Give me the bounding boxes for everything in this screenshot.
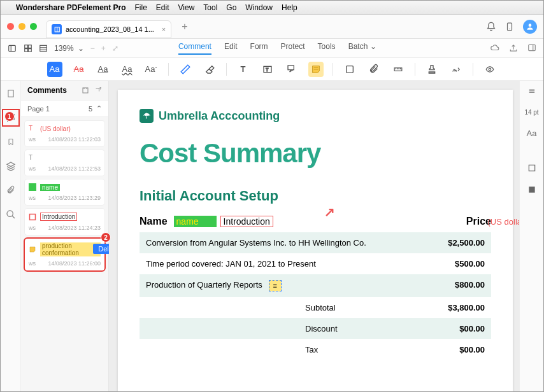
svg-point-25 (489, 68, 491, 71)
layers-icon[interactable] (4, 160, 17, 172)
font-size-label[interactable]: 14 pt (524, 109, 538, 116)
underline-tool-icon[interactable]: Aa (96, 62, 111, 77)
note-tool-icon[interactable] (308, 62, 324, 77)
menu-file[interactable]: File (135, 3, 147, 12)
fit-icon[interactable]: ⤢ (112, 44, 118, 53)
font-aa-icon[interactable]: Aa (527, 129, 537, 138)
separator (333, 63, 333, 76)
comment-author: ws (29, 136, 36, 143)
svg-rect-26 (8, 90, 13, 97)
signature-tool-icon[interactable] (448, 62, 464, 77)
svg-rect-33 (529, 165, 534, 171)
comments-page-header[interactable]: Page 1 5 ⌃ (21, 100, 108, 117)
menu-help[interactable]: Help (282, 3, 297, 12)
macos-menubar: Wondershare PDFelement Pro File Edit Vie… (1, 1, 543, 15)
user-avatar[interactable] (523, 20, 537, 34)
comment-time: 14/08/2023 11:26:00 (48, 260, 101, 267)
panels-icon[interactable] (527, 43, 537, 53)
comment-author: ws (29, 165, 36, 172)
format-icon[interactable] (526, 87, 538, 96)
thumbnails-icon[interactable] (4, 87, 17, 100)
highlight-annotation[interactable]: name (174, 216, 217, 227)
textbox-tool-icon[interactable]: T (260, 62, 275, 77)
comments-list: T(US dollar) ws14/08/2023 11:22:03 T ws1… (21, 117, 108, 274)
bookmarks-icon[interactable] (4, 136, 17, 148)
stamp-tool-icon[interactable] (424, 62, 440, 77)
tab-edit[interactable]: Edit (224, 42, 238, 55)
document-canvas[interactable]: ☂ Umbrella Acccounting Cost Summary Init… (109, 81, 519, 391)
phone-icon[interactable] (505, 22, 514, 32)
export-icon[interactable] (94, 87, 102, 94)
grid-view-icon[interactable] (24, 44, 32, 53)
menu-window[interactable]: Window (245, 3, 273, 12)
new-tab-button[interactable]: + (176, 18, 192, 35)
text-tool-icon[interactable]: T (236, 62, 251, 77)
note-annotation-icon (29, 246, 36, 253)
sticky-note-annotation[interactable]: ≡ (269, 280, 282, 291)
attachment-tool-icon[interactable] (366, 62, 382, 77)
square-outline-icon[interactable] (526, 164, 538, 172)
tab-protect[interactable]: Protect (281, 42, 305, 55)
maximize-window-button[interactable] (30, 23, 37, 30)
menu-tool[interactable]: Tool (203, 3, 217, 12)
measure-tool-icon[interactable] (390, 62, 406, 77)
pencil-tool-icon[interactable] (178, 62, 193, 77)
page-comment-count: 5 (89, 105, 92, 113)
tab-form[interactable]: Form (250, 42, 268, 55)
comment-item[interactable]: Introduction ws14/08/2023 11:24:23 (25, 209, 104, 235)
close-window-button[interactable] (7, 23, 14, 30)
share-icon[interactable] (509, 43, 518, 53)
highlight-tool-icon[interactable]: Aa (47, 62, 62, 77)
zoom-out-button[interactable]: − (90, 44, 95, 53)
svg-rect-30 (30, 214, 36, 220)
titlebar: ◫ accounting_2023_08_14 1... × + (1, 15, 543, 39)
strikethrough-tool-icon[interactable]: Aa (71, 62, 87, 77)
filter-icon[interactable] (82, 87, 89, 94)
squiggly-tool-icon[interactable]: Aa (120, 62, 135, 77)
table-row: Tax$00.00 (140, 339, 491, 360)
cloud-icon[interactable] (490, 43, 500, 53)
caret-tool-icon[interactable]: Aa˅ (144, 62, 159, 77)
highlight-annotation-icon (29, 183, 36, 191)
menu-edit[interactable]: Edit (156, 3, 169, 12)
shape-tool-icon[interactable] (342, 62, 357, 77)
hide-comments-icon[interactable] (482, 62, 497, 77)
tab-title: accounting_2023_08_14 1... (66, 25, 154, 33)
tab-tools[interactable]: Tools (318, 42, 336, 55)
comment-item[interactable]: name ws14/08/2023 11:23:29 (25, 179, 104, 205)
row-label: Production of Quarterly Reports (146, 280, 262, 291)
box-annotation[interactable]: Introduction (220, 216, 273, 227)
sidebar-toggle-icon[interactable] (7, 44, 17, 53)
zoom-control[interactable]: 139%⌄ (54, 44, 84, 53)
zoom-in-button[interactable]: + (101, 44, 106, 53)
app-name[interactable]: Wondershare PDFelement Pro (16, 3, 126, 12)
arrow-annotation[interactable]: ↗ (324, 204, 335, 220)
comment-item-selected[interactable]: production conformation ws14/08/2023 11:… (25, 239, 104, 270)
square-fill-icon[interactable] (526, 185, 538, 194)
tab-comment[interactable]: Comment (178, 42, 211, 55)
comment-author: ws (29, 225, 36, 231)
document-tab[interactable]: ◫ accounting_2023_08_14 1... × (46, 20, 171, 38)
callout-tool-icon[interactable] (284, 62, 299, 77)
minimize-window-button[interactable] (18, 23, 25, 30)
svg-rect-5 (25, 45, 28, 48)
svg-point-27 (7, 211, 13, 216)
view-toolbar: 139%⌄ − + ⤢ Comment Edit Form Protect To… (1, 39, 543, 58)
search-icon[interactable] (4, 208, 17, 221)
svg-rect-34 (529, 186, 534, 192)
box-annotation-icon (29, 213, 36, 221)
chevron-down-icon: ⌄ (370, 42, 376, 51)
menu-go[interactable]: Go (226, 3, 236, 12)
comment-time: 14/08/2023 11:22:03 (48, 136, 101, 143)
bell-icon[interactable] (486, 22, 496, 32)
comment-item[interactable]: T ws14/08/2023 11:22:53 (25, 150, 104, 176)
comment-item[interactable]: T(US dollar) ws14/08/2023 11:22:03 (25, 121, 104, 146)
eraser-tool-icon[interactable] (202, 62, 217, 77)
tab-close-icon[interactable]: × (162, 25, 166, 33)
text-annotation[interactable]: (US dolla (488, 217, 519, 227)
comment-time: 14/08/2023 11:24:23 (48, 225, 101, 231)
menu-view[interactable]: View (178, 3, 195, 12)
list-view-icon[interactable] (39, 44, 48, 53)
attachments-icon[interactable] (4, 184, 17, 197)
tab-batch[interactable]: Batch ⌄ (348, 42, 376, 55)
